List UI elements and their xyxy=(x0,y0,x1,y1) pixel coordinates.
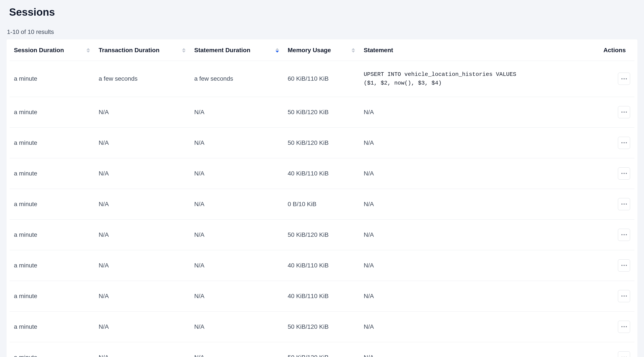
cell-actions xyxy=(599,61,634,97)
sort-icon xyxy=(352,48,355,53)
cell-transaction-duration: N/A xyxy=(94,97,190,127)
cell-actions xyxy=(599,219,634,250)
row-actions-button[interactable] xyxy=(618,167,630,180)
col-header-statement: Statement xyxy=(359,39,599,61)
cell-actions xyxy=(599,250,634,281)
ellipsis-icon xyxy=(622,326,627,327)
cell-session-duration: a minute xyxy=(10,311,94,342)
sessions-card: Session Duration Transaction Duration xyxy=(6,39,638,357)
cell-statement: N/A xyxy=(359,311,599,342)
row-actions-button[interactable] xyxy=(618,351,630,357)
row-actions-button[interactable] xyxy=(618,73,630,85)
cell-memory-usage: 50 KiB/120 KiB xyxy=(283,97,359,127)
cell-transaction-duration: a few seconds xyxy=(94,61,190,97)
cell-actions xyxy=(599,342,634,357)
cell-transaction-duration: N/A xyxy=(94,127,190,158)
ellipsis-icon xyxy=(622,173,627,174)
ellipsis-icon xyxy=(622,203,627,205)
table-row: a minuteN/AN/A50 KiB/120 KiBN/A xyxy=(10,219,634,250)
cell-statement: UPSERT INTO vehicle_location_histories V… xyxy=(359,61,599,97)
table-row: a minuteN/AN/A50 KiB/120 KiBN/A xyxy=(10,127,634,158)
cell-session-duration: a minute xyxy=(10,158,94,189)
col-header-label: Transaction Duration xyxy=(99,47,160,54)
table-row: a minuteN/AN/A40 KiB/110 KiBN/A xyxy=(10,250,634,281)
cell-session-duration: a minute xyxy=(10,281,94,311)
cell-actions xyxy=(599,97,634,127)
cell-transaction-duration: N/A xyxy=(94,250,190,281)
cell-session-duration: a minute xyxy=(10,127,94,158)
cell-statement: N/A xyxy=(359,127,599,158)
col-header-label: Statement xyxy=(364,47,393,54)
cell-statement-duration: N/A xyxy=(190,127,283,158)
table-row: a minuteN/AN/A50 KiB/120 KiBN/A xyxy=(10,97,634,127)
cell-session-duration: a minute xyxy=(10,250,94,281)
cell-statement-duration: N/A xyxy=(190,342,283,357)
ellipsis-icon xyxy=(622,295,627,296)
cell-memory-usage: 50 KiB/120 KiB xyxy=(283,342,359,357)
cell-memory-usage: 0 B/10 KiB xyxy=(283,189,359,219)
ellipsis-icon xyxy=(622,265,627,266)
table-row: a minuteN/AN/A40 KiB/110 KiBN/A xyxy=(10,158,634,189)
table-row: a minuteN/AN/A50 KiB/120 KiBN/A xyxy=(10,342,634,357)
cell-statement: N/A xyxy=(359,189,599,219)
ellipsis-icon xyxy=(622,234,627,235)
cell-statement-duration: N/A xyxy=(190,158,283,189)
cell-statement-duration: N/A xyxy=(190,189,283,219)
table-header-row: Session Duration Transaction Duration xyxy=(10,39,634,61)
results-summary: 1-10 of 10 results xyxy=(7,29,638,36)
col-header-transaction-duration[interactable]: Transaction Duration xyxy=(94,39,190,61)
cell-actions xyxy=(599,127,634,158)
cell-statement: N/A xyxy=(359,219,599,250)
page-title: Sessions xyxy=(9,6,638,18)
cell-transaction-duration: N/A xyxy=(94,219,190,250)
cell-actions xyxy=(599,281,634,311)
ellipsis-icon xyxy=(622,78,627,79)
table-row: a minuteN/AN/A0 B/10 KiBN/A xyxy=(10,189,634,219)
sort-icon xyxy=(276,48,279,53)
cell-session-duration: a minute xyxy=(10,189,94,219)
cell-memory-usage: 40 KiB/110 KiB xyxy=(283,281,359,311)
sessions-table-body: a minutea few secondsa few seconds60 KiB… xyxy=(10,61,634,357)
cell-statement: N/A xyxy=(359,342,599,357)
cell-transaction-duration: N/A xyxy=(94,281,190,311)
table-row: a minuteN/AN/A40 KiB/110 KiBN/A xyxy=(10,281,634,311)
cell-actions xyxy=(599,189,634,219)
row-actions-button[interactable] xyxy=(618,137,630,149)
row-actions-button[interactable] xyxy=(618,259,630,271)
cell-session-duration: a minute xyxy=(10,342,94,357)
cell-statement: N/A xyxy=(359,97,599,127)
cell-session-duration: a minute xyxy=(10,97,94,127)
cell-statement-duration: N/A xyxy=(190,311,283,342)
sessions-table: Session Duration Transaction Duration xyxy=(10,39,634,357)
cell-statement-duration: N/A xyxy=(190,250,283,281)
statement-code: UPSERT INTO vehicle_location_histories V… xyxy=(364,70,529,88)
col-header-label: Actions xyxy=(603,47,626,54)
row-actions-button[interactable] xyxy=(618,290,630,302)
cell-statement: N/A xyxy=(359,158,599,189)
cell-transaction-duration: N/A xyxy=(94,311,190,342)
row-actions-button[interactable] xyxy=(618,106,630,118)
col-header-session-duration[interactable]: Session Duration xyxy=(10,39,94,61)
ellipsis-icon xyxy=(622,142,627,143)
col-header-label: Session Duration xyxy=(14,47,64,54)
cell-statement-duration: N/A xyxy=(190,219,283,250)
cell-statement-duration: N/A xyxy=(190,281,283,311)
sort-icon xyxy=(182,48,186,53)
cell-statement-duration: N/A xyxy=(190,97,283,127)
row-actions-button[interactable] xyxy=(618,229,630,241)
cell-session-duration: a minute xyxy=(10,61,94,97)
row-actions-button[interactable] xyxy=(618,321,630,333)
col-header-statement-duration[interactable]: Statement Duration xyxy=(190,39,283,61)
ellipsis-icon xyxy=(622,112,627,113)
cell-memory-usage: 60 KiB/110 KiB xyxy=(283,61,359,97)
col-header-memory-usage[interactable]: Memory Usage xyxy=(283,39,359,61)
page-root: Sessions 1-10 of 10 results Session Dura… xyxy=(0,6,644,357)
cell-statement: N/A xyxy=(359,281,599,311)
cell-statement: N/A xyxy=(359,250,599,281)
table-row: a minuteN/AN/A50 KiB/120 KiBN/A xyxy=(10,311,634,342)
table-row: a minutea few secondsa few seconds60 KiB… xyxy=(10,61,634,97)
cell-session-duration: a minute xyxy=(10,219,94,250)
cell-memory-usage: 40 KiB/110 KiB xyxy=(283,158,359,189)
row-actions-button[interactable] xyxy=(618,198,630,210)
col-header-label: Statement Duration xyxy=(194,47,250,54)
